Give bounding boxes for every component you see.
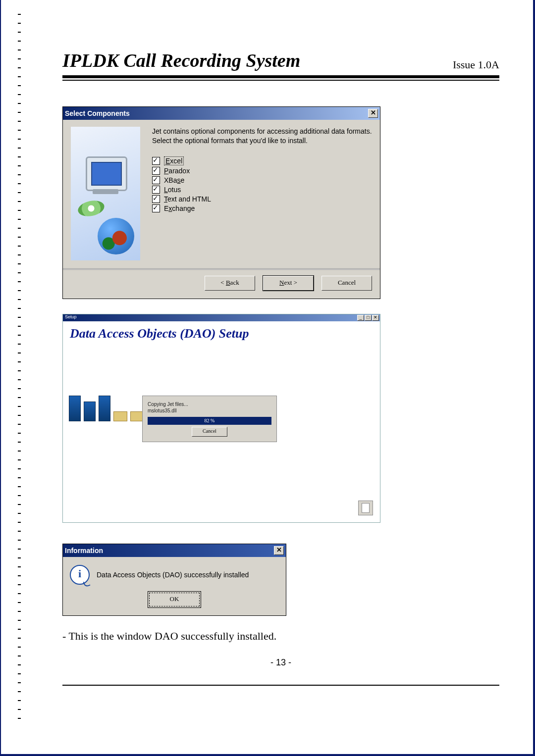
checkbox-lotus[interactable]: LotusLotus <box>152 186 372 194</box>
information-dialog: Information ✕ Data Access Objects (DAO) … <box>62 544 286 616</box>
ok-button[interactable]: OK <box>149 593 200 606</box>
next-button[interactable]: Next > <box>263 276 314 291</box>
checkbox-exchange[interactable]: ExchangeExchange <box>152 204 372 212</box>
maximize-icon[interactable]: □ <box>365 315 372 321</box>
window-titlebar: Setup _ □ ✕ <box>63 314 380 321</box>
dialog-intro: Jet contains optional components for acc… <box>152 127 372 146</box>
checkbox-excel[interactable]: EExcelxcel <box>152 156 372 165</box>
document-header: IPLDK Call Recording System Issue 1.0A <box>62 50 499 71</box>
checkbox-paradox[interactable]: ParadoxParadox <box>152 167 372 175</box>
disk-art <box>69 396 144 421</box>
close-icon[interactable]: ✕ <box>274 546 284 555</box>
wizard-art <box>71 127 140 260</box>
copy-progress-box: Copying Jet files... mslotus35.dll 82 % … <box>142 396 277 442</box>
window-title: Setup <box>65 314 77 319</box>
select-components-dialog: Select Components ✕ Jet contains optiona… <box>62 106 380 299</box>
copy-status-2: mslotus35.dll <box>148 407 271 414</box>
dialog-titlebar: Select Components ✕ <box>63 107 380 120</box>
dao-setup-window: Setup _ □ ✕ Data Access Objects (DAO) Se… <box>62 314 380 523</box>
minimize-icon[interactable]: _ <box>357 315 364 321</box>
progress-percent: 82 % <box>148 417 271 425</box>
checkmark-icon <box>152 157 160 165</box>
checkbox-text-html[interactable]: Text and HTMLText and HTML <box>152 195 372 203</box>
document-icon <box>358 501 373 515</box>
page-number: - 13 - <box>62 657 499 668</box>
header-rule <box>62 75 499 81</box>
dialog-title: Select Components <box>65 109 130 117</box>
close-icon[interactable]: ✕ <box>368 109 378 118</box>
dialog-title: Information <box>65 547 103 554</box>
back-button[interactable]: < Back <box>205 276 255 291</box>
close-icon[interactable]: ✕ <box>372 315 379 321</box>
dialog-button-row: < Back Next > Cancel <box>63 269 380 299</box>
checkmark-icon <box>152 176 160 184</box>
cancel-button[interactable]: Cancel <box>321 276 372 291</box>
window-controls: _ □ ✕ <box>357 315 379 321</box>
figure-caption: - This is the window DAO successfully in… <box>62 630 499 643</box>
progress-bar: 82 % <box>148 417 271 425</box>
checkbox-xbase[interactable]: XBaseXBase <box>152 176 372 184</box>
checkmark-icon <box>152 186 160 194</box>
info-message: Data Access Objects (DAO) successfully i… <box>97 571 249 579</box>
cancel-button[interactable]: Cancel <box>192 427 227 437</box>
footer-rule <box>62 685 499 686</box>
checkmark-icon <box>152 195 160 203</box>
checkmark-icon <box>152 167 160 175</box>
dialog-titlebar: Information ✕ <box>63 544 286 557</box>
checkmark-icon <box>152 204 160 212</box>
doc-title: IPLDK Call Recording System <box>62 50 300 71</box>
left-dot-border <box>18 14 21 724</box>
copy-status-1: Copying Jet files... <box>148 401 271 407</box>
dao-setup-title: Data Access Objects (DAO) Setup <box>63 321 380 346</box>
doc-issue: Issue 1.0A <box>453 58 499 71</box>
info-icon <box>70 565 90 585</box>
